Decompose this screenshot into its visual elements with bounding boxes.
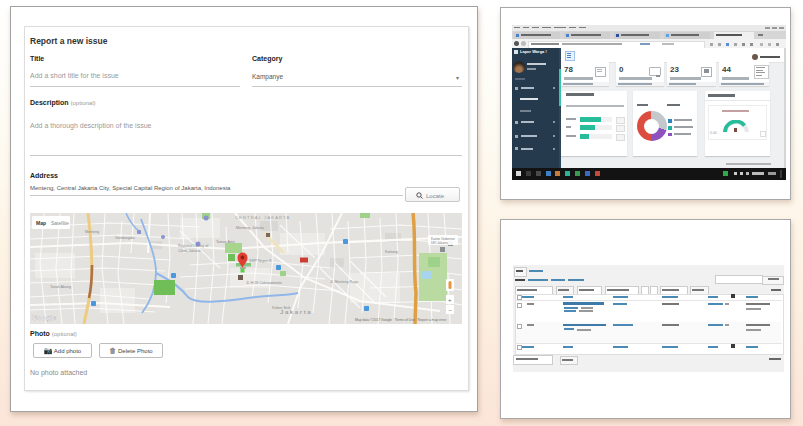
svg-text:Regional Library of: Regional Library of <box>178 244 208 248</box>
svg-text:Map data ©2017 Google Terms: Map data ©2017 Google Terms of Use Repor… <box>355 318 447 322</box>
svg-text:Jakarta: Jakarta <box>280 309 312 315</box>
svg-text:Jl. Menteng Raya: Jl. Menteng Raya <box>330 280 358 284</box>
svg-text:Google: Google <box>32 314 56 322</box>
svg-text:+: + <box>448 297 452 303</box>
svg-text:Kwitang: Kwitang <box>385 250 398 254</box>
svg-text:Map: Map <box>36 220 46 226</box>
svg-text:Satellite: Satellite <box>51 220 69 226</box>
svg-text:DKI Jakarta: DKI Jakarta <box>431 241 448 245</box>
svg-text:Menteng, Jakarta: Menteng, Jakarta <box>236 226 264 230</box>
svg-text:Menteng: Menteng <box>85 230 99 234</box>
svg-text:Taman Amir: Taman Amir <box>216 240 236 244</box>
svg-text:Cikini, Jakarta: Cikini, Jakarta <box>178 249 201 253</box>
svg-text:Tanah Abang: Tanah Abang <box>50 285 71 289</box>
svg-text:Jl. HOS Cokroaminoto: Jl. HOS Cokroaminoto <box>246 281 282 285</box>
svg-text:Gondangdia: Gondangdia <box>115 236 135 240</box>
svg-text:SMP Negeri 8: SMP Negeri 8 <box>249 259 271 263</box>
svg-text:CENTRAL JAKARTA: CENTRAL JAKARTA <box>235 215 290 220</box>
